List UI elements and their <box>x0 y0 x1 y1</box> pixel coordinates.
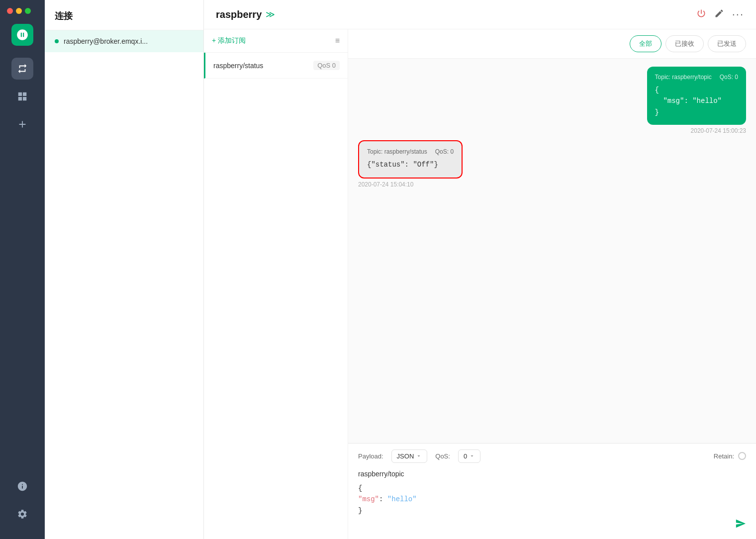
message-body-sent: { "msg": "hello" } <box>655 85 738 118</box>
retain-label: Retain: <box>714 452 734 460</box>
message-time-sent: 2020-07-24 15:00:23 <box>691 127 746 134</box>
add-subscription-label: + 添加订阅 <box>212 36 246 45</box>
qos-value: 0 <box>464 452 467 460</box>
sidebar <box>0 0 45 539</box>
messages-list: Topic: raspberry/topic QoS: 0 { "msg": "… <box>348 59 756 443</box>
sidebar-item-connect[interactable] <box>11 58 33 80</box>
main-header: raspberry ≫ ··· <box>204 0 756 29</box>
filter-sent-button[interactable]: 已发送 <box>708 35 746 52</box>
close-button[interactable] <box>7 8 13 14</box>
qos-select[interactable]: 0 <box>458 449 480 463</box>
message-topic-received: Topic: raspberry/status <box>367 148 427 155</box>
input-controls: Payload: JSON QoS: 0 Retain: <box>358 449 746 463</box>
power-button[interactable] <box>696 8 706 21</box>
payload-line1: { <box>358 484 362 492</box>
info-icon <box>17 481 28 492</box>
sidebar-item-grid[interactable] <box>11 86 33 107</box>
payload-sep: : <box>379 495 387 503</box>
chevron-down-icon <box>416 453 422 459</box>
subscription-qos: QoS 0 <box>313 61 340 70</box>
connection-item[interactable]: raspberry@broker.emqx.i... <box>45 30 203 52</box>
message-received-container: Topic: raspberry/status QoS: 0 {"status"… <box>358 140 746 187</box>
more-button[interactable]: ··· <box>732 8 744 21</box>
message-sent-container: Topic: raspberry/topic QoS: 0 { "msg": "… <box>358 67 746 134</box>
minimize-button[interactable] <box>16 8 22 14</box>
qos-chevron-down-icon <box>469 453 475 459</box>
add-subscription-button[interactable]: + 添加订阅 <box>212 36 246 45</box>
sidebar-item-settings[interactable] <box>11 503 33 525</box>
sidebar-item-add[interactable] <box>11 113 33 135</box>
subscription-toolbar: + 添加订阅 ≡ <box>204 29 348 53</box>
message-time-received: 2020-07-24 15:04:10 <box>358 181 413 188</box>
grid-icon <box>17 91 28 102</box>
message-meta-sent: Topic: raspberry/topic QoS: 0 <box>655 74 738 81</box>
main-content: raspberry ≫ ··· + 添加订阅 ≡ <box>204 0 756 539</box>
qos-label: QoS: <box>435 452 450 460</box>
page-title: raspberry <box>216 9 262 20</box>
add-icon <box>17 119 28 130</box>
payload-label: Payload: <box>358 452 383 460</box>
messages-panel: 全部 已接收 已发送 Topic: raspberry/topic QoS: 0… <box>348 29 756 539</box>
subscription-item[interactable]: raspberry/status QoS 0 <box>204 53 348 79</box>
connect-icon <box>17 63 28 74</box>
filter-all-button[interactable]: 全部 <box>630 35 662 52</box>
message-bubble-sent: Topic: raspberry/topic QoS: 0 { "msg": "… <box>647 67 746 125</box>
topic-input[interactable] <box>358 468 746 480</box>
message-qos-sent: QoS: 0 <box>720 74 738 81</box>
payload-val: "hello" <box>387 495 417 503</box>
message-qos-received: QoS: 0 <box>435 148 454 155</box>
send-button[interactable] <box>735 518 746 531</box>
connection-panel-header: 连接 <box>45 0 203 30</box>
logo-icon <box>16 28 29 41</box>
sidebar-item-info[interactable] <box>11 475 33 497</box>
app-logo <box>11 24 33 46</box>
maximize-button[interactable] <box>25 8 31 14</box>
filter-icon[interactable]: ≡ <box>335 36 340 45</box>
input-area: Payload: JSON QoS: 0 Retain: <box>348 443 756 539</box>
traffic-lights <box>0 8 31 14</box>
message-body-received: {"status": "Off"} <box>367 159 454 170</box>
chevron-down-icon[interactable]: ≫ <box>266 9 275 20</box>
retain-checkbox[interactable] <box>738 452 746 460</box>
message-bubble-received: Topic: raspberry/status QoS: 0 {"status"… <box>358 140 463 178</box>
message-meta-received: Topic: raspberry/status QoS: 0 <box>367 148 454 155</box>
connection-panel-title: 连接 <box>55 11 73 21</box>
payload-key: "msg" <box>358 495 379 503</box>
header-actions: ··· <box>696 8 744 21</box>
payload-editor[interactable]: { "msg": "hello" } <box>358 483 746 516</box>
connection-name: raspberry@broker.emqx.i... <box>64 37 148 45</box>
filter-received-button[interactable]: 已接收 <box>665 35 704 52</box>
settings-icon <box>17 509 28 520</box>
subscription-topic: raspberry/status <box>213 62 263 70</box>
payload-line3: } <box>358 507 362 515</box>
payload-format-value: JSON <box>397 452 414 460</box>
content-area: + 添加订阅 ≡ raspberry/status QoS 0 全部 已接收 已… <box>204 29 756 539</box>
messages-toolbar: 全部 已接收 已发送 <box>348 29 756 59</box>
retain-control: Retain: <box>714 452 746 460</box>
connection-panel: 连接 raspberry@broker.emqx.i... <box>45 0 204 539</box>
connection-status-dot <box>55 39 59 43</box>
message-topic-sent: Topic: raspberry/topic <box>655 74 712 81</box>
subscription-panel: + 添加订阅 ≡ raspberry/status QoS 0 <box>204 29 348 539</box>
edit-button[interactable] <box>714 8 724 21</box>
payload-format-select[interactable]: JSON <box>391 449 428 463</box>
